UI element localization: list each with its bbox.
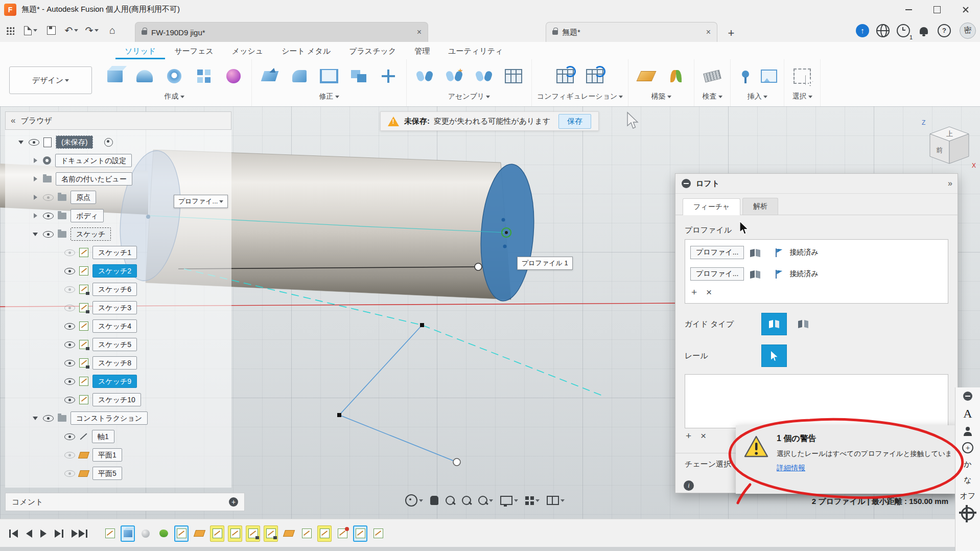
tree-item-label[interactable]: スケッチ5 — [92, 338, 137, 351]
tree-item-label[interactable]: 平面1 — [92, 448, 122, 462]
canvas-icon[interactable] — [759, 63, 779, 89]
inspect-group-label[interactable]: 検査 — [703, 92, 722, 101]
remove-rail-button[interactable]: × — [701, 430, 706, 442]
close-button[interactable] — [951, 0, 980, 19]
visibility-eye-icon[interactable] — [64, 323, 75, 330]
pan-button[interactable] — [428, 493, 441, 508]
tree-item-sketch4[interactable]: スケッチ4 — [5, 317, 231, 335]
select-group-label[interactable]: 選択 — [792, 92, 812, 101]
profile-row[interactable]: プロファイ... 接続済み — [690, 242, 943, 263]
construction-plane-icon[interactable] — [634, 63, 659, 89]
visibility-eye-icon[interactable] — [64, 359, 75, 367]
timeline-body-feature[interactable] — [121, 525, 135, 542]
measure-icon[interactable] — [699, 63, 725, 89]
guide-type-rails-button[interactable] — [761, 313, 787, 335]
visibility-eye-icon[interactable] — [64, 433, 75, 441]
modify-group-label[interactable]: 修正 — [319, 92, 339, 101]
profile-name[interactable]: プロファイ... — [690, 246, 744, 259]
tree-item-label[interactable]: スケッチ9 — [92, 375, 137, 388]
tab-mesh[interactable]: メッシュ — [223, 43, 272, 59]
help-button[interactable]: ? — [936, 22, 953, 39]
form-icon[interactable] — [221, 63, 246, 89]
collapse-chevrons-icon[interactable]: « — [11, 116, 15, 126]
ime-mode-indicator[interactable]: A — [963, 407, 972, 421]
visibility-eye-icon[interactable] — [64, 378, 75, 385]
tree-item-sketch10[interactable]: スケッチ10 — [5, 391, 231, 409]
timeline-sketch-feature[interactable] — [103, 525, 117, 542]
tree-item-construction-folder[interactable]: コンストラクション — [5, 409, 231, 427]
tree-item-label[interactable]: スケッチ3 — [92, 301, 137, 314]
fillet-icon[interactable] — [287, 63, 312, 89]
document-tab-active[interactable]: 無題* × — [546, 22, 717, 42]
shell-icon[interactable] — [316, 63, 342, 89]
tree-item-label[interactable]: 平面5 — [92, 467, 122, 480]
timeline-sketch-feature[interactable] — [317, 525, 332, 542]
user-dictionary-icon[interactable] — [963, 427, 972, 436]
visibility-eye-icon[interactable] — [43, 415, 54, 422]
go-to-start-button[interactable] — [9, 530, 18, 538]
tree-item-sketch3[interactable]: スケッチ3 — [5, 299, 231, 317]
tree-item-label[interactable]: 名前の付いたビュー — [56, 172, 132, 186]
fit-button[interactable] — [459, 493, 474, 508]
ime-off-indicator[interactable]: オフ — [960, 491, 976, 501]
construction-axis-icon[interactable] — [663, 63, 689, 89]
guide-type-centerline-button[interactable] — [791, 313, 815, 335]
web-button[interactable] — [874, 22, 892, 39]
zoom-button[interactable] — [443, 493, 457, 508]
visibility-eye-icon[interactable] — [64, 341, 75, 349]
tab-analysis[interactable]: 解析 — [742, 198, 778, 215]
timeline-sketch-feature[interactable] — [228, 525, 242, 542]
timeline-sketch-feature[interactable] — [353, 525, 367, 542]
select-icon[interactable] — [789, 63, 815, 89]
combine-icon[interactable] — [346, 63, 371, 89]
tree-item-sketch1[interactable]: スケッチ1 — [5, 243, 231, 262]
expand-arrow-icon[interactable] — [32, 176, 39, 181]
visibility-eye-icon[interactable] — [43, 194, 54, 201]
orbit-button[interactable] — [403, 493, 426, 508]
dock-arrows-icon[interactable]: » — [948, 179, 951, 188]
rails-list[interactable] — [685, 374, 948, 428]
save-button[interactable] — [42, 22, 60, 39]
parts-table-icon[interactable] — [501, 63, 526, 89]
new-tab-button[interactable]: + — [722, 25, 740, 42]
insert-group-label[interactable]: 挿入 — [748, 92, 767, 101]
insert-icon[interactable] — [736, 63, 755, 89]
tree-item-named-views[interactable]: 名前の付いたビュー — [5, 170, 231, 188]
tab-feature[interactable]: フィーチャ — [683, 198, 740, 215]
info-icon[interactable]: i — [684, 480, 694, 491]
tree-item-sketch5[interactable]: スケッチ5 — [5, 335, 231, 354]
visibility-eye-icon[interactable] — [64, 451, 75, 459]
tree-item-sketch6[interactable]: スケッチ6 — [5, 280, 231, 299]
close-tab-icon[interactable]: × — [700, 28, 711, 37]
new-component-icon[interactable]: ★ — [441, 63, 467, 89]
tab-manage[interactable]: 管理 — [405, 43, 439, 59]
add-rail-button[interactable]: + — [686, 430, 691, 442]
timeline-sketch-feature[interactable] — [299, 525, 314, 542]
timeline-sketch-feature[interactable] — [174, 525, 189, 542]
view-cube[interactable]: Z 上 前 X — [919, 117, 979, 172]
configure-icon[interactable] — [552, 63, 578, 89]
visibility-eye-icon[interactable] — [64, 396, 75, 404]
visibility-eye-icon[interactable] — [29, 139, 39, 146]
assemble-icon[interactable] — [412, 63, 437, 89]
visibility-eye-icon[interactable] — [43, 212, 54, 220]
notifications-button[interactable] — [915, 22, 932, 39]
add-profile-button[interactable]: + — [691, 287, 697, 298]
tree-item-sketch9[interactable]: スケッチ9 — [5, 372, 231, 391]
gear-icon[interactable] — [961, 507, 974, 520]
timeline-plane-feature[interactable] — [282, 525, 296, 542]
tree-item-document[interactable]: (未保存) — [5, 133, 231, 151]
visibility-eye-icon[interactable] — [64, 286, 75, 293]
tree-item-label[interactable]: スケッチ — [71, 227, 111, 241]
collapse-dialog-icon[interactable] — [682, 179, 691, 188]
tree-item-document-settings[interactable]: ドキュメントの設定 — [5, 151, 231, 170]
tree-item-sketch8[interactable]: スケッチ8 — [5, 354, 231, 372]
tab-plastic[interactable]: プラスチック — [340, 43, 405, 59]
timeline-sketch-feature[interactable] — [371, 525, 385, 542]
visibility-eye-icon[interactable] — [64, 267, 75, 275]
save-document-button[interactable]: 保存 — [558, 114, 591, 129]
add-comment-icon[interactable]: + — [229, 497, 238, 507]
display-settings-button[interactable] — [498, 493, 521, 508]
comment-bar[interactable]: コメント + — [5, 493, 245, 511]
zoom-window-button[interactable] — [476, 493, 496, 508]
